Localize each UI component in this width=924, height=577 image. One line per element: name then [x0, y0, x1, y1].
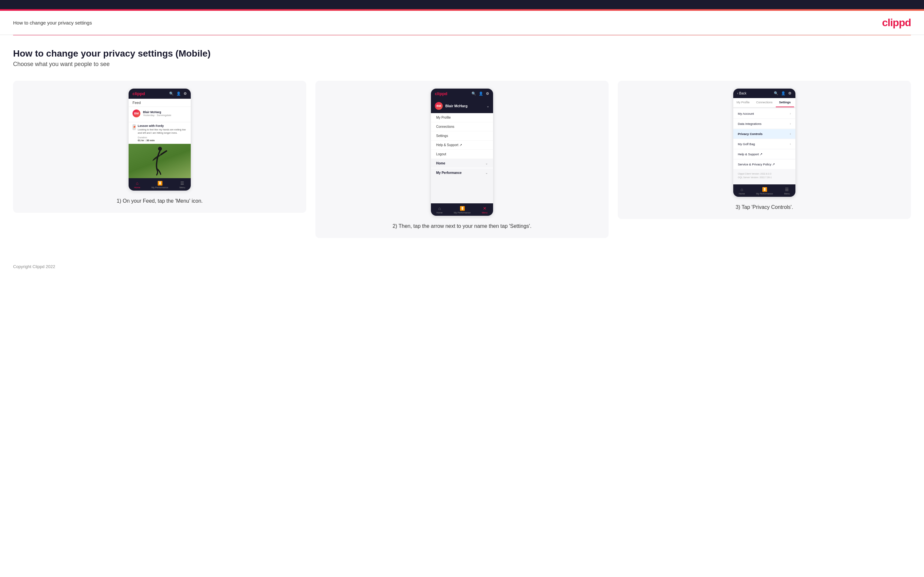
lesson-time: 01 hr : 30 min: [138, 139, 187, 142]
menu-section-performance[interactable]: My Performance ⌄: [431, 168, 493, 177]
version-info: Clippd Client Version: 2022.8.3-3 GQL Se…: [733, 170, 795, 182]
phone2-username: BM Blair McHarg: [435, 102, 468, 110]
home-label-2: Home: [436, 211, 443, 214]
performance-icon-3: ⏬: [762, 187, 767, 192]
search-icon-2: 🔍: [472, 92, 476, 96]
chevron-right-icon-1: ›: [790, 112, 791, 115]
service-privacy-label: Service & Privacy Policy ↗: [738, 163, 775, 166]
card2-caption: 2) Then, tap the arrow next to your name…: [393, 222, 532, 230]
search-icon-3: 🔍: [774, 91, 779, 95]
menu-item-help[interactable]: Help & Support ↗: [431, 140, 493, 150]
list-item-help-support[interactable]: Help & Support ↗: [733, 149, 795, 159]
phone1-post: BM Blair McHarg Yesterday · Sunningdale: [129, 107, 191, 122]
chevron-up-icon: ⌄: [486, 104, 489, 108]
settings-icon: ⚙: [184, 92, 187, 96]
menu-label: Menu: [179, 186, 185, 189]
header: How to change your privacy settings clip…: [0, 11, 924, 35]
phone-mockup-1: clippd 🔍 👤 ⚙ Feed BM Blair: [129, 89, 191, 190]
user-icon-2: 👤: [479, 92, 483, 96]
nav3-menu: ☰ Menu: [784, 187, 790, 195]
performance-label-2: My Performance: [454, 211, 470, 214]
chevron-right-icon-3: ›: [790, 132, 791, 136]
cards-row: clippd 🔍 👤 ⚙ Feed BM Blair: [13, 81, 911, 238]
help-support-label: Help & Support ↗: [738, 152, 762, 156]
user-icon-3: 👤: [781, 91, 786, 95]
list-item-privacy-controls[interactable]: Privacy Controls ›: [733, 129, 795, 139]
nav-menu: ☰ Menu: [179, 181, 185, 189]
tab-connections[interactable]: Connections: [753, 98, 776, 107]
list-item-my-account[interactable]: My Account ›: [733, 109, 795, 118]
performance-label: My Performance: [152, 186, 168, 189]
phone2-navbar: clippd 🔍 👤 ⚙: [431, 89, 493, 99]
step-3-card: ‹ Back 🔍 👤 ⚙ My Profile Connections Sett…: [618, 81, 911, 219]
tab-settings[interactable]: Settings: [776, 98, 794, 107]
section-performance-label: My Performance: [436, 171, 462, 174]
home-icon: ⌂: [136, 181, 138, 186]
phone2-user-row: BM Blair McHarg ⌄: [431, 99, 493, 113]
lesson-title: Lesson with Fordy: [138, 124, 187, 127]
phone2-bottom-nav: ⌂ Home ⏬ My Performance ✕ Menu: [431, 203, 493, 216]
phone2-icons: 🔍 👤 ⚙: [472, 92, 489, 96]
phone3-navbar: ‹ Back 🔍 👤 ⚙: [733, 89, 795, 98]
list-item-my-golf-bag[interactable]: My Golf Bag ›: [733, 139, 795, 149]
menu-icon: ☰: [180, 181, 184, 186]
list-item-data-integrations[interactable]: Data Integrations ›: [733, 119, 795, 129]
feed-label: Feed: [132, 101, 141, 105]
performance-label-3: My Performance: [756, 193, 773, 195]
home-icon-3: ⌂: [740, 187, 743, 192]
phone3-list: My Account › Data Integrations › Privacy…: [733, 109, 795, 169]
step-1-card: clippd 🔍 👤 ⚙ Feed BM Blair: [13, 81, 306, 213]
home-icon-2: ⌂: [438, 206, 441, 211]
nav-performance: ⏬ My Performance: [152, 181, 168, 189]
avatar: BM: [132, 110, 141, 118]
search-icon: 🔍: [169, 92, 174, 96]
phone3-icons: 🔍 👤 ⚙: [774, 91, 792, 95]
nav3-performance: ⏬ My Performance: [756, 187, 773, 195]
phone1-bottom-nav: ⌂ Home ⏬ My Performance ☰ Menu: [129, 178, 191, 190]
nav2-close[interactable]: ✕ Menu: [481, 206, 488, 214]
data-integrations-label: Data Integrations: [738, 122, 761, 126]
lesson-block: 🏓 Lesson with Fordy Looking to feel like…: [129, 122, 191, 144]
server-version: GQL Server Version: 2022.7.30-1: [738, 176, 791, 179]
golf-image: [129, 144, 191, 178]
my-golf-bag-label: My Golf Bag: [738, 142, 755, 146]
lesson-desc: Looking to feel like my hands are exitin…: [138, 128, 187, 135]
menu-icon-3: ☰: [785, 187, 789, 192]
phone1-icons: 🔍 👤 ⚙: [169, 92, 187, 96]
card1-caption: 1) On your Feed, tap the 'Menu' icon.: [116, 197, 202, 205]
nav3-home: ⌂ Home: [739, 187, 745, 195]
performance-icon: ⏬: [157, 181, 163, 186]
lesson-duration-label: Duration: [138, 136, 187, 139]
phone1-navbar: clippd 🔍 👤 ⚙: [129, 89, 191, 99]
tab-my-profile[interactable]: My Profile: [733, 98, 753, 107]
phone-mockup-2: clippd 🔍 👤 ⚙ BM Blair McHarg ⌄: [431, 89, 493, 216]
top-bar: [0, 0, 924, 9]
post-user-info: Blair McHarg Yesterday · Sunningdale: [143, 111, 171, 117]
close-label: Menu: [481, 211, 488, 214]
settings-icon-2: ⚙: [486, 92, 489, 96]
list-item-service-privacy[interactable]: Service & Privacy Policy ↗: [733, 160, 795, 169]
page-subheading: Choose what you want people to see: [13, 61, 911, 68]
golfer-silhouette: [151, 146, 169, 176]
user-icon: 👤: [176, 92, 181, 96]
copyright: Copyright Clippd 2022: [13, 264, 55, 269]
card3-caption: 3) Tap 'Privacy Controls'.: [735, 203, 793, 211]
phone1-logo: clippd: [132, 91, 145, 96]
phone2-spacer: [431, 177, 493, 203]
menu-section-home[interactable]: Home ⌄: [431, 159, 493, 168]
back-button[interactable]: ‹ Back: [737, 92, 746, 95]
menu-item-profile[interactable]: My Profile: [431, 113, 493, 122]
settings-icon-3: ⚙: [788, 91, 792, 95]
menu-item-logout[interactable]: Logout: [431, 150, 493, 159]
lesson-icon: 🏓: [132, 124, 136, 130]
phone3-bottom-nav: ⌂ Home ⏬ My Performance ☰ Menu: [733, 184, 795, 197]
section-home-label: Home: [436, 161, 445, 165]
chevron-right-icon-2: ›: [790, 122, 791, 126]
privacy-controls-label: Privacy Controls: [738, 132, 763, 136]
performance-icon-2: ⏬: [460, 206, 465, 211]
menu-item-connections[interactable]: Connections: [431, 122, 493, 131]
menu-item-settings[interactable]: Settings: [431, 131, 493, 140]
header-title: How to change your privacy settings: [13, 20, 92, 26]
avatar-2: BM: [435, 102, 443, 110]
close-icon: ✕: [483, 206, 486, 211]
